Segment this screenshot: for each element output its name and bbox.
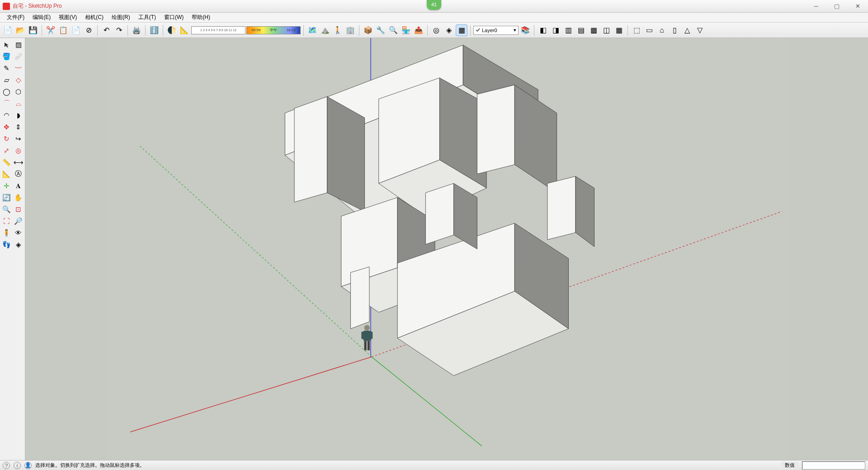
undo-button[interactable]: ↶ [100,24,112,36]
delete-button[interactable]: ⊘ [83,24,94,36]
select-tool[interactable] [1,39,12,50]
separator-icon [303,25,304,36]
style-xray-button[interactable]: ◫ [600,24,612,36]
separator-icon [359,25,359,36]
3pt-arc-tool[interactable]: ◠ [1,109,12,121]
menu-draw[interactable]: 绘图(R) [108,13,134,22]
followme-tool[interactable]: ↪ [13,133,24,144]
warehouse-button[interactable]: 🏪 [400,24,412,36]
shadow-settings-button[interactable]: 📐 [179,24,190,36]
look-around-tool[interactable]: 👁 [13,227,24,238]
rotated-rect-tool[interactable]: ◇ [13,74,24,85]
3dtext-tool[interactable]: 𝐀 [13,180,24,191]
menu-file[interactable]: 文件(F) [3,13,28,22]
make-component-tool[interactable]: ▨ [13,39,24,50]
component-edit-button[interactable]: 🔧 [375,24,387,36]
pan-tool[interactable]: ✋ [13,192,24,203]
backedges-button[interactable]: ◈ [443,24,455,36]
tape-tool[interactable]: 📏 [1,157,12,168]
menu-window[interactable]: 窗口(W) [160,13,188,22]
svg-rect-26 [361,332,363,339]
rectangle-tool[interactable]: ▱ [1,74,12,85]
menu-view[interactable]: 视图(V) [55,13,81,22]
axes-tool[interactable]: ✛ [1,180,12,191]
left-view-button[interactable]: ▽ [694,24,706,36]
zoom-extents-tool[interactable]: ⛶ [1,215,12,227]
eraser-tool[interactable]: 🩹 [13,51,24,62]
scale-tool[interactable]: ⤢ [1,145,12,156]
print-button[interactable]: 🖨️ [131,24,142,36]
layer-manager-button[interactable]: 📚 [519,24,531,36]
style-wire-button[interactable]: ▥ [562,24,574,36]
help-icon[interactable]: ? [3,462,10,469]
style-hidden-button[interactable]: ◨ [550,24,561,36]
value-input[interactable] [802,461,865,470]
section-plane-tool[interactable]: ◈ [13,239,24,250]
terrain-button[interactable]: ⛰️ [319,24,331,36]
shadow-toggle-button[interactable]: 🌓 [166,24,178,36]
previous-view-tool[interactable]: 🔎 [13,215,24,227]
iso-view-button[interactable]: ⬚ [631,24,642,36]
back-view-button[interactable]: △ [681,24,693,36]
menu-camera[interactable]: 相机(C) [81,13,108,22]
circle-tool[interactable]: ◯ [1,86,12,97]
2pt-arc-tool[interactable]: ⌓ [13,98,24,109]
polygon-tool[interactable]: ⬡ [13,86,24,97]
model-info-button[interactable]: ℹ️ [148,24,160,36]
orbit-tool[interactable]: 🔄 [1,192,12,203]
front-view-button[interactable]: ⌂ [656,24,668,36]
xray-button[interactable]: ◎ [430,24,442,36]
protractor-tool[interactable]: 📐 [1,168,12,180]
close-button[interactable]: ✕ [847,0,868,12]
walk-tool[interactable]: 👣 [1,239,12,250]
cut-button[interactable]: ✂️ [45,24,57,36]
paste-button[interactable]: 📄 [70,24,82,36]
style-shaded-tex-button[interactable]: ▩ [588,24,599,36]
top-view-button[interactable]: ▭ [643,24,655,36]
share-button[interactable]: 📤 [413,24,425,36]
menu-edit[interactable]: 编辑(E) [28,13,55,22]
position-camera-tool[interactable]: 🧍 [1,227,12,238]
date-slider[interactable]: 1 2 3 4 5 6 7 8 9 10 11 12 [191,26,245,34]
rotate-tool[interactable]: ↻ [1,133,12,144]
dimension-tool[interactable]: ⟷ [13,157,24,168]
notification-badge[interactable]: 41 [427,0,441,10]
paint-bucket-tool[interactable]: 🪣 [1,51,12,62]
svg-rect-23 [363,331,371,341]
building-button[interactable]: 🏢 [344,24,356,36]
right-view-button[interactable]: ▯ [669,24,680,36]
geolocation-button[interactable]: 🗺️ [307,24,318,36]
component-browse-button[interactable]: 🔍 [387,24,399,36]
pie-tool[interactable]: ◗ [13,109,24,121]
move-tool[interactable]: ✥ [1,121,12,133]
text-tool[interactable]: Ⓐ [13,168,24,180]
zoom-tool[interactable]: 🔍 [1,204,12,215]
maximize-button[interactable]: ▢ [826,0,847,12]
offset-tool[interactable]: ◎ [13,145,24,156]
model-viewport[interactable] [25,38,868,460]
arc-tool[interactable]: ⌒ [1,98,12,109]
info-icon[interactable]: i [14,462,21,469]
component-make-button[interactable]: 📦 [362,24,374,36]
style-back-button[interactable]: ▦ [613,24,625,36]
copy-button[interactable]: 📋 [57,24,69,36]
freehand-tool[interactable]: 〰 [13,62,24,74]
layer-dropdown[interactable]: Layer0 ▾ [473,26,519,35]
person-status-icon[interactable]: 👤 [24,462,32,469]
menu-tools[interactable]: 工具(T) [134,13,160,22]
pushpull-tool[interactable]: ⇕ [13,121,24,133]
line-tool[interactable]: ✎ [1,62,12,74]
model-canvas [25,38,868,460]
save-file-button[interactable]: 💾 [27,24,39,36]
redo-button[interactable]: ↷ [113,24,125,36]
new-file-button[interactable]: 📄 [2,24,14,36]
style-mono-button[interactable]: ▤ [575,24,587,36]
menu-help[interactable]: 帮助(H) [188,13,214,22]
open-file-button[interactable]: 📂 [14,24,26,36]
minimize-button[interactable]: ─ [806,0,826,12]
style-shaded-button[interactable]: ◧ [537,24,549,36]
person-button[interactable]: 🚶 [332,24,344,36]
wireframe-button[interactable]: ▦ [456,24,467,36]
time-slider[interactable]: 05:59 中午 18:19 [246,26,301,34]
zoom-window-tool[interactable]: ⊡ [13,204,24,215]
